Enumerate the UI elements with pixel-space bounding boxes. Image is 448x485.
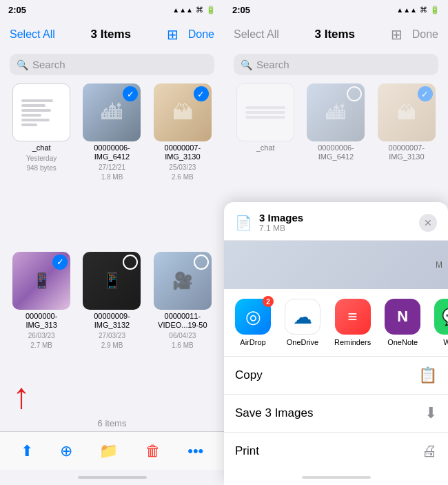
share-size: 7.1 MB (259, 224, 419, 233)
print-action-label: Print (235, 444, 422, 458)
status-icons-right: ▲▲▲ ⌘ 🔋 (396, 6, 440, 14)
file-size-chat: 948 bytes (26, 164, 56, 172)
copy-action-row[interactable]: Copy 📋 (224, 356, 448, 394)
selection-badge-img6412: ✓ (123, 86, 138, 101)
print-action-icon: 🖨 (422, 442, 437, 460)
share-button[interactable]: ⬆ (21, 442, 33, 460)
files-grid-left: _chat Yesterday 948 bytes 🏙 ✓ 00000006-I… (0, 81, 224, 415)
bottom-toolbar-left: ⬆ ⊕ 📁 🗑 ••• (0, 431, 224, 470)
search-bar-left[interactable]: 🔍 Search (10, 54, 214, 75)
grid-view-icon[interactable]: ⊞ (167, 26, 179, 43)
signal-icon: ▲▲▲ (172, 6, 193, 14)
more-button[interactable]: ••• (187, 442, 203, 460)
home-bar-left (78, 476, 147, 479)
search-placeholder-right: Search (256, 59, 289, 70)
file-size-img313x: 2.7 MB (30, 342, 52, 349)
onenote-label: OneNote (387, 338, 418, 346)
file-item-chat[interactable]: _chat Yesterday 948 bytes (10, 83, 73, 245)
bottom-count-left: 6 items (0, 415, 224, 431)
file-name-chat: _chat (32, 143, 51, 152)
search-icon-right: 🔍 (241, 59, 252, 70)
onedrive-symbol: ☁ (293, 306, 312, 328)
file-item-img3130[interactable]: 🏔 ✓ 00000007-IMG_3130 25/03/23 2.6 MB (151, 83, 214, 245)
file-date-img3132: 27/03/23 (99, 332, 125, 339)
file-item-img6412[interactable]: 🏙 ✓ 00000006-IMG_6412 27/12/21 1.8 MB (80, 83, 143, 245)
select-all-button-left[interactable]: Select All (10, 28, 55, 41)
done-button-right[interactable]: Done (412, 28, 438, 41)
search-placeholder-left: Search (32, 59, 65, 70)
file-thumb-chat (12, 83, 70, 141)
file-name-img3130: 00000007-IMG_3130 (154, 143, 212, 161)
file-thumb-img3132: 📱 (83, 252, 141, 310)
airdrop-badge: 2 (263, 296, 274, 307)
onenote-app-item[interactable]: N OneNote (385, 299, 420, 346)
file-name-img313x: 0000000-IMG_313 (12, 312, 70, 330)
nav-bar-left: Select All 3 Items ⊞ Done (0, 19, 224, 50)
unselected-badge-chat (52, 87, 67, 102)
file-date-img3130: 25/03/23 (169, 164, 196, 171)
app-row: ◎ 2 AirDrop ☁ OneDrive ≡ Reminders N (224, 289, 448, 356)
share-title: 3 Images (259, 212, 419, 224)
print-action-row[interactable]: Print 🖨 (224, 432, 448, 470)
preview-strip-label: M (436, 260, 442, 270)
file-name-img6412: 00000006-IMG_6412 (83, 143, 141, 161)
right-panel: 2:05 ▲▲▲ ⌘ 🔋 Select All 3 Items ⊞ Done 🔍… (224, 0, 448, 485)
signal-icon-right: ▲▲▲ (396, 6, 417, 14)
file-thumb-video: 🎥 (154, 252, 212, 310)
save-images-action-row[interactable]: Save 3 Images ⬇ (224, 394, 448, 432)
whatsapp-app-item[interactable]: 💬 Wh... (434, 299, 448, 346)
nav-bar-right: Select All 3 Items ⊞ Done (224, 19, 448, 50)
folder-button[interactable]: 📁 (99, 442, 118, 460)
save-images-action-icon: ⬇ (425, 404, 437, 422)
nav-title-right: 3 Items (314, 28, 355, 41)
nav-actions-left: ⊞ Done (167, 26, 214, 43)
status-bar-right: 2:05 ▲▲▲ ⌘ 🔋 (224, 0, 448, 19)
select-all-button-right[interactable]: Select All (234, 28, 279, 41)
unselected-badge-img3132 (123, 255, 138, 270)
copy-button[interactable]: ⊕ (60, 442, 72, 460)
copy-action-label: Copy (235, 368, 418, 382)
file-date-video: 06/04/23 (169, 332, 196, 339)
onedrive-label: OneDrive (287, 338, 318, 346)
left-panel: 2:05 ▲▲▲ ⌘ 🔋 Select All 3 Items ⊞ Done 🔍… (0, 0, 224, 485)
selection-badge-img313x: ✓ (52, 255, 68, 270)
share-doc-icon: 📄 (235, 215, 252, 231)
search-bar-right[interactable]: 🔍 Search (234, 54, 438, 75)
file-item-img3132[interactable]: 📱 00000009-IMG_3132 27/03/23 2.9 MB (80, 252, 143, 413)
whatsapp-symbol: 💬 (442, 307, 448, 326)
file-size-img3130: 2.6 MB (172, 173, 194, 181)
file-size-video: 1.6 MB (172, 342, 194, 349)
file-size-img6412: 1.8 MB (101, 173, 123, 181)
status-time-left: 2:05 (8, 5, 26, 15)
done-button-left[interactable]: Done (188, 28, 214, 41)
unselected-badge-video (194, 255, 209, 270)
home-bar-right (302, 476, 371, 479)
reminders-icon: ≡ (335, 299, 371, 335)
file-date-img6412: 27/12/21 (99, 164, 125, 171)
reminders-app-item[interactable]: ≡ Reminders (334, 299, 371, 346)
grid-view-icon-right[interactable]: ⊞ (391, 26, 403, 43)
battery-icon-right: 🔋 (430, 6, 440, 14)
nav-actions-right: ⊞ Done (391, 26, 438, 43)
onedrive-app-item[interactable]: ☁ OneDrive (285, 299, 320, 346)
airdrop-label: AirDrop (240, 338, 265, 346)
status-time-right: 2:05 (232, 5, 250, 15)
airdrop-app-item[interactable]: ◎ 2 AirDrop (235, 299, 271, 346)
file-thumb-img3130: 🏔 ✓ (154, 83, 212, 141)
file-item-video[interactable]: 🎥 00000011-VIDEO...19-50 06/04/23 1.6 MB (151, 252, 214, 413)
trash-button[interactable]: 🗑 (145, 442, 161, 460)
file-date-img313x: 26/03/23 (28, 332, 55, 339)
share-close-button[interactable]: ✕ (419, 214, 437, 232)
selection-badge-img3130: ✓ (194, 86, 209, 101)
nav-title-left: 3 Items (90, 28, 131, 41)
file-name-video: 00000011-VIDEO...19-50 (154, 312, 212, 330)
arrow-down-left: ↓ (12, 384, 30, 419)
preview-strip: M (224, 241, 448, 289)
onedrive-icon: ☁ (285, 299, 320, 335)
chat-content (21, 99, 61, 126)
file-thumb-img313x: 📱 ✓ (12, 252, 70, 310)
whatsapp-icon: 💬 (434, 299, 448, 335)
onenote-icon: N (385, 299, 420, 335)
file-date-chat: Yesterday (26, 155, 57, 162)
file-thumb-img6412: 🏙 ✓ (83, 83, 141, 141)
